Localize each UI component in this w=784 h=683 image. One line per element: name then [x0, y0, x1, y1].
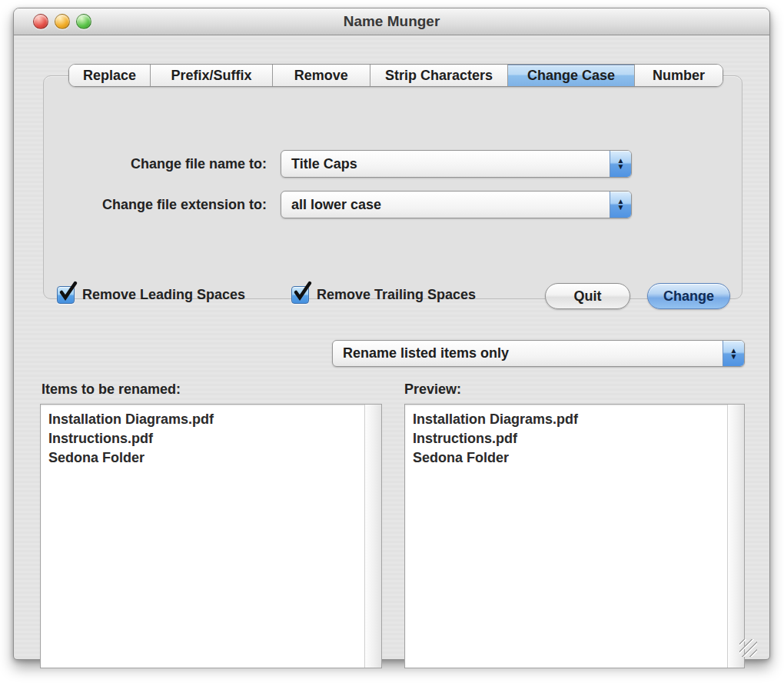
tab-label: Replace	[83, 68, 136, 84]
items-list-rows: Installation Diagrams.pdfInstructions.pd…	[41, 405, 364, 668]
scope-popup[interactable]: Rename listed items only ▲ ▼	[332, 340, 745, 367]
list-item[interactable]: Sedona Folder	[48, 448, 364, 468]
popup-stepper-icon: ▲ ▼	[610, 192, 631, 218]
tab-replace[interactable]: Replace	[69, 65, 151, 86]
list-item[interactable]: Installation Diagrams.pdf	[413, 410, 727, 429]
file-extension-popup-value: all lower case	[281, 192, 610, 218]
remove-trailing-spaces-label: Remove Trailing Spaces	[317, 287, 476, 303]
remove-trailing-spaces-row: Remove Trailing Spaces	[291, 286, 476, 304]
scope-popup-value: Rename listed items only	[333, 341, 723, 366]
tab-label: Prefix/Suffix	[171, 68, 251, 84]
preview-list-rows: Installation Diagrams.pdfInstructions.pd…	[405, 405, 727, 668]
file-extension-label: Change file extension to:	[61, 191, 267, 218]
tab-label: Remove	[294, 68, 348, 84]
remove-leading-spaces-row: Remove Leading Spaces	[57, 286, 245, 304]
list-item[interactable]: Sedona Folder	[413, 448, 727, 468]
popup-stepper-icon: ▲ ▼	[723, 341, 744, 366]
checkmark-icon	[293, 281, 313, 301]
tab-pane	[43, 75, 742, 299]
remove-trailing-spaces-checkbox[interactable]	[291, 286, 309, 304]
list-item[interactable]: Instructions.pdf	[48, 429, 364, 448]
items-to-rename-label: Items to be renamed:	[42, 381, 181, 398]
checkmark-icon	[58, 281, 78, 301]
arrow-down-icon: ▼	[730, 354, 738, 360]
tab-label: Strip Characters	[385, 68, 493, 84]
file-extension-popup[interactable]: all lower case ▲ ▼	[281, 191, 632, 218]
tab-number[interactable]: Number	[635, 65, 723, 86]
tab-strip-characters[interactable]: Strip Characters	[370, 65, 509, 86]
list-item[interactable]: Installation Diagrams.pdf	[48, 410, 364, 429]
preview-list[interactable]: Installation Diagrams.pdfInstructions.pd…	[404, 404, 745, 668]
file-name-label: Change file name to:	[61, 150, 267, 178]
tab-change-case[interactable]: Change Case	[508, 65, 635, 86]
items-list[interactable]: Installation Diagrams.pdfInstructions.pd…	[40, 404, 382, 668]
tab-remove[interactable]: Remove	[273, 65, 370, 86]
tab-label: Change Case	[527, 68, 615, 84]
tab-label: Number	[653, 68, 705, 84]
preview-list-scrollbar[interactable]	[727, 405, 744, 668]
items-list-scrollbar[interactable]	[364, 405, 381, 668]
list-item[interactable]: Instructions.pdf	[413, 429, 727, 448]
preview-label: Preview:	[404, 381, 461, 398]
remove-leading-spaces-label: Remove Leading Spaces	[82, 287, 245, 303]
remove-leading-spaces-checkbox[interactable]	[57, 286, 75, 304]
tab-prefix-suffix[interactable]: Prefix/Suffix	[151, 65, 273, 86]
window-title: Name Munger	[14, 8, 769, 35]
arrow-down-icon: ▼	[617, 205, 625, 211]
file-name-popup[interactable]: Title Caps ▲ ▼	[281, 150, 632, 178]
resize-grip-icon[interactable]	[739, 639, 757, 657]
title-bar[interactable]: Name Munger	[14, 8, 769, 35]
popup-stepper-icon: ▲ ▼	[610, 151, 631, 177]
arrow-down-icon: ▼	[617, 164, 625, 170]
quit-button[interactable]: Quit	[545, 283, 630, 309]
tab-bar: ReplacePrefix/SuffixRemoveStrip Characte…	[68, 64, 723, 87]
window-content: ReplacePrefix/SuffixRemoveStrip Characte…	[15, 35, 769, 658]
app-window: Name Munger ReplacePrefix/SuffixRemoveSt…	[13, 8, 770, 660]
file-name-popup-value: Title Caps	[281, 151, 610, 177]
change-button[interactable]: Change	[647, 283, 730, 309]
